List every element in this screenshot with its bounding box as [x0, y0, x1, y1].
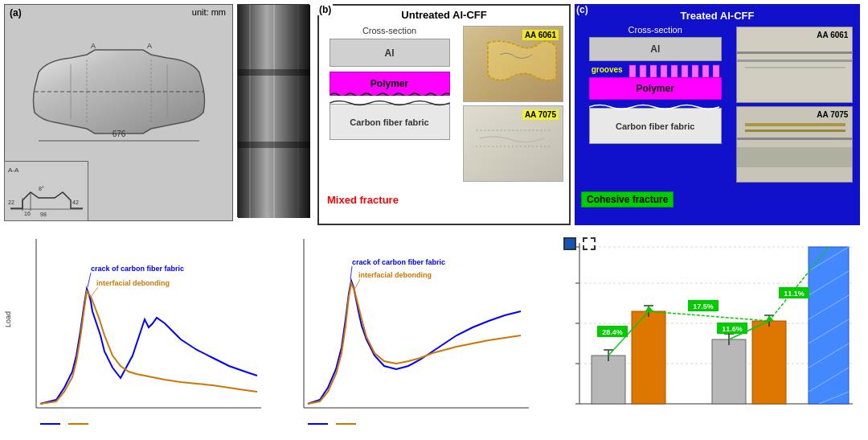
panel-b-layers: Al Polymer Carbon fiber fabric: [330, 39, 450, 167]
line-chart-1-svg: crack of carbon fiber fabric interfacial…: [4, 231, 268, 434]
svg-text:42: 42: [72, 199, 79, 205]
panel-c-diagram: Cross-section Al grooves: [577, 23, 733, 217]
svg-rect-27: [671, 65, 678, 77]
panel-b-title: Untreated Al-CFF: [319, 6, 569, 23]
panel-c-img-aa6061: AA 6061: [736, 27, 853, 103]
panel-b-img-aa6061: AA 6061: [463, 26, 563, 102]
svg-rect-74: [712, 339, 746, 404]
svg-rect-36: [745, 123, 845, 126]
panel-b-content: Cross-section Al Polymer Carbon fiber fa…: [319, 23, 569, 218]
panel-b-photos: AA 6061: [460, 23, 568, 218]
svg-line-96: [649, 311, 769, 321]
svg-text:A: A: [147, 42, 152, 50]
bar-legend: [563, 237, 596, 250]
svg-rect-80: [809, 247, 849, 404]
svg-text:98: 98: [40, 212, 47, 217]
svg-rect-39: [737, 147, 853, 167]
panel-c-layer-polymer: Polymer: [589, 77, 722, 100]
svg-rect-68: [592, 356, 625, 404]
panel-c-cross-label: Cross-section: [577, 23, 733, 35]
svg-rect-23: [629, 65, 636, 77]
panel-c-content: Cross-section Al grooves: [577, 23, 858, 217]
panel-c-label-6061: AA 6061: [817, 31, 848, 39]
svg-rect-26: [661, 65, 667, 77]
svg-line-54: [354, 279, 360, 290]
svg-text:22: 22: [8, 199, 14, 205]
panel-a-label: (a): [10, 7, 22, 19]
legend-solid-box: [563, 237, 576, 250]
panel-b-layer-cff: Carbon fiber fabric: [330, 104, 450, 140]
panel-b-cross-label: Cross-section: [319, 23, 460, 35]
svg-text:8°: 8°: [39, 186, 44, 191]
svg-marker-89: [645, 306, 653, 311]
svg-text:676: 676: [112, 130, 125, 138]
line-chart-1: crack of carbon fiber fabric interfacial…: [4, 231, 268, 434]
svg-text:interfacial debonding: interfacial debonding: [358, 271, 432, 279]
svg-text:crack of carbon fiber fabric: crack of carbon fiber fabric: [352, 258, 445, 266]
svg-line-43: [88, 273, 91, 287]
panel-b-layer-polymer: Polymer: [330, 72, 450, 96]
panel-b-diagram: Cross-section Al Polymer Carbon fiber fa…: [319, 23, 460, 218]
panel-c-fracture: Cohesive fracture: [581, 191, 674, 208]
panel-c-layer-al: Al: [589, 37, 722, 61]
svg-text:11.1%: 11.1%: [784, 290, 805, 298]
panel-c-layers: Al grooves: [589, 37, 722, 170]
panel-c-outer-label: (c): [575, 4, 590, 15]
panel-b-label-7075: AA 7075: [522, 109, 559, 120]
svg-line-45: [91, 287, 98, 297]
bar-chart-svg: 28.4% 11.6% 17.5% 11.1%: [539, 231, 861, 434]
svg-text:17.5%: 17.5%: [693, 302, 714, 310]
panel-b-outer-label: (b): [317, 4, 333, 15]
svg-rect-28: [682, 65, 688, 77]
panel-c-label-7075: AA 7075: [817, 110, 848, 119]
svg-rect-31: [713, 65, 719, 77]
svg-text:A: A: [91, 42, 96, 50]
svg-rect-34: [737, 60, 853, 62]
panel-b-img-aa7075: AA 7075: [463, 105, 563, 182]
svg-rect-29: [692, 65, 698, 77]
legend-dashed-box: [583, 237, 596, 250]
svg-rect-38: [737, 138, 853, 140]
svg-text:11.6%: 11.6%: [722, 325, 743, 333]
svg-rect-19: [238, 142, 310, 148]
svg-rect-77: [752, 321, 786, 404]
grooves-svg: [625, 61, 722, 77]
svg-text:28.4%: 28.4%: [602, 328, 623, 336]
panel-b-label-6061: AA 6061: [522, 30, 559, 40]
panel-a-unit: unit: mm: [192, 7, 226, 17]
line-chart-2-svg: crack of carbon fiber fabric interfacial…: [272, 231, 535, 434]
specimen-photo: [237, 4, 309, 217]
svg-text:Load: Load: [4, 311, 12, 327]
svg-rect-25: [650, 65, 657, 77]
panel-b-layer-al: Al: [330, 39, 450, 67]
svg-line-52: [350, 266, 352, 279]
svg-rect-18: [238, 69, 310, 76]
panel-c-img-aa7075: AA 7075: [736, 106, 853, 183]
svg-rect-24: [640, 65, 646, 77]
panel-c: Treated Al-CFF Cross-section Al grooves: [575, 4, 860, 225]
svg-text:interfacial debonding: interfacial debonding: [96, 279, 170, 287]
grooves-label: grooves: [592, 65, 623, 74]
cross-section-sub: A-A 16 22 8° 42 98: [4, 161, 88, 221]
svg-rect-37: [745, 130, 845, 132]
panel-c-layer-cff: Carbon fiber fabric: [589, 108, 722, 144]
svg-text:crack of carbon fiber fabric: crack of carbon fiber fabric: [91, 265, 184, 273]
bar-chart: 28.4% 11.6% 17.5% 11.1%: [539, 231, 861, 434]
svg-text:16: 16: [24, 211, 31, 216]
svg-text:A-A: A-A: [8, 167, 19, 174]
aa-cross-section-svg: A-A 16 22 8° 42 98: [6, 164, 87, 219]
panel-b: Untreated Al-CFF Cross-section Al Polyme…: [317, 4, 571, 225]
specimen-photo-svg: [238, 5, 310, 218]
panel-c-title: Treated Al-CFF: [577, 6, 858, 23]
svg-rect-33: [737, 51, 853, 54]
panel-c-photos: AA 6061 AA 7075: [733, 23, 858, 217]
line-chart-2: crack of carbon fiber fabric interfacial…: [272, 231, 535, 434]
panel-b-fracture: Mixed fracture: [327, 194, 399, 206]
svg-rect-30: [702, 65, 709, 77]
